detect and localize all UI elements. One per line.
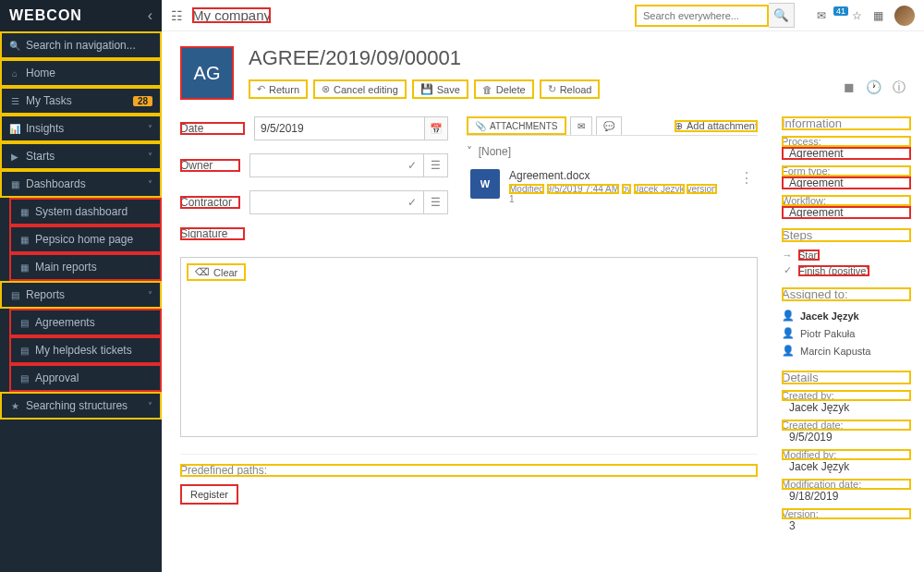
- person-icon: 👤: [782, 310, 795, 322]
- sidebar: WEBCON ‹ 🔍 Search in navigation... ⌂ Hom…: [0, 0, 162, 572]
- nav-helpdesk[interactable]: ▤ My helpdesk tickets: [9, 336, 162, 364]
- apps-grid-icon[interactable]: ☷: [171, 8, 183, 23]
- attachment-menu-button[interactable]: ⋮: [739, 169, 754, 204]
- company-name[interactable]: My company: [192, 7, 271, 23]
- mod-date-label: Modification date:: [782, 479, 911, 490]
- attachments-tab[interactable]: 📎ATTACHMENTS: [467, 116, 566, 135]
- calendar-button[interactable]: 📅: [424, 116, 448, 140]
- nav-searching-structures[interactable]: ★ Searching structures ˅: [0, 392, 162, 420]
- details-heading: Details: [782, 371, 911, 384]
- delete-button[interactable]: 🗑Delete: [474, 79, 534, 99]
- created-date-value: 9/5/2019: [782, 431, 911, 444]
- delete-icon: 🗑: [482, 84, 492, 95]
- dashboard-icon: ▦: [18, 207, 30, 217]
- nav-search[interactable]: 🔍 Search in navigation...: [0, 31, 162, 59]
- nav-search-placeholder: Search in navigation...: [26, 39, 136, 52]
- notes-icon[interactable]: ▦: [873, 9, 883, 22]
- reload-icon: ↻: [548, 83, 556, 95]
- chevron-down-icon: ˅: [148, 179, 152, 189]
- contractor-input[interactable]: [249, 190, 400, 214]
- dashboard-icon: ▦: [18, 262, 30, 273]
- info-icon[interactable]: ⓘ: [893, 79, 906, 96]
- nav-agreements[interactable]: ▤ Agreements: [9, 309, 162, 336]
- global-search-button[interactable]: 🔍: [769, 3, 795, 28]
- info-heading: Information: [782, 116, 911, 130]
- dashboards-icon: ▦: [9, 179, 20, 189]
- nav-approval[interactable]: ▤ Approval: [9, 364, 162, 392]
- global-search-input[interactable]: [635, 5, 769, 27]
- doc-tile: AG: [180, 46, 234, 100]
- mod-date-value: 9/18/2019: [782, 490, 911, 503]
- nav-home[interactable]: ⌂ Home: [0, 59, 162, 87]
- date-input[interactable]: [254, 116, 424, 140]
- attachment-version: 1: [509, 194, 730, 204]
- process-label: Process:: [782, 136, 911, 147]
- nav-starts[interactable]: ▶ Starts ˅: [0, 142, 162, 170]
- home-icon: ⌂: [9, 68, 20, 79]
- contractor-list-button[interactable]: ☰: [424, 190, 448, 214]
- signature-canvas[interactable]: ⌫Clear: [180, 257, 758, 437]
- step-start: Start: [798, 249, 820, 261]
- nav-pepsico[interactable]: ▦ Pepsico home page: [9, 225, 162, 253]
- email-tab[interactable]: ✉: [570, 116, 592, 135]
- process-value: Agreement: [782, 147, 911, 160]
- signature-label: Signature: [180, 227, 245, 240]
- eraser-icon: ⌫: [195, 266, 210, 278]
- nav-insights[interactable]: 📊 Insights ˅: [0, 115, 162, 142]
- search-icon: 🔍: [9, 41, 20, 51]
- step-arrow-icon: →: [782, 249, 793, 261]
- owner-list-button[interactable]: ☰: [424, 153, 448, 177]
- return-icon: ↶: [257, 83, 265, 95]
- word-export-icon[interactable]: ◼: [844, 79, 855, 96]
- created-by-label: Created by:: [782, 390, 911, 401]
- tasks-badge: 28: [133, 96, 152, 106]
- tasks-icon: ☰: [9, 96, 20, 106]
- nav-system-dashboard[interactable]: ▦ System dashboard: [9, 198, 162, 225]
- created-date-label: Created date:: [782, 420, 911, 431]
- chevron-down-icon: ˅: [148, 401, 152, 411]
- user-avatar[interactable]: [894, 6, 915, 26]
- dashboard-icon: ▦: [18, 235, 30, 245]
- report-icon: ▤: [18, 346, 30, 356]
- cancel-editing-button[interactable]: ⊗Cancel editing: [313, 79, 407, 99]
- contractor-label: Contractor: [180, 196, 240, 209]
- sidebar-collapse[interactable]: ‹: [148, 7, 152, 24]
- path-register-button[interactable]: Register: [180, 484, 238, 505]
- history-icon[interactable]: 🕐: [866, 79, 881, 96]
- formtype-label: Form type:: [782, 165, 911, 176]
- document-header: AG AGREE/2019/09/00001 ↶Return ⊗Cancel e…: [162, 31, 924, 105]
- nav-reports[interactable]: ▤ Reports ˅: [0, 281, 162, 309]
- return-button[interactable]: ↶Return: [249, 79, 308, 99]
- structures-icon: ★: [9, 401, 20, 411]
- workflow-label: Workflow:: [782, 195, 911, 206]
- attachment-filename: Agreement.docx: [509, 169, 730, 182]
- signature-clear-button[interactable]: ⌫Clear: [187, 263, 246, 281]
- reload-button[interactable]: ↻Reload: [540, 79, 601, 99]
- steps-heading: Steps: [782, 228, 911, 242]
- assignee: 👤Marcin Kapusta: [782, 342, 911, 359]
- favorites-icon[interactable]: ☆: [852, 9, 862, 22]
- chevron-down-icon: ˅: [148, 152, 152, 162]
- nav-my-tasks[interactable]: ☰ My Tasks 28: [0, 87, 162, 115]
- info-panel: Information Process: Agreement Form type…: [776, 105, 924, 572]
- save-button[interactable]: 💾Save: [412, 79, 468, 99]
- owner-confirm-button[interactable]: ✓: [400, 153, 424, 177]
- nav-main-reports[interactable]: ▦ Main reports: [9, 253, 162, 281]
- owner-input[interactable]: [249, 153, 400, 177]
- save-icon: 💾: [420, 83, 433, 95]
- nav-dashboards[interactable]: ▦ Dashboards ˅: [0, 170, 162, 198]
- conversation-tab[interactable]: 💬: [596, 116, 622, 135]
- attachment-item[interactable]: W Agreement.docx Modified 9/5/2019 7:44 …: [467, 164, 758, 210]
- notifications-icon[interactable]: ✉41: [817, 9, 841, 22]
- attach-icon: 📎: [475, 121, 486, 131]
- assignee: 👤Jacek Język: [782, 307, 911, 324]
- report-icon: ▤: [18, 318, 30, 328]
- step-finish: Finish (positive): [798, 265, 869, 276]
- version-label: Version:: [782, 508, 911, 519]
- attachment-group-toggle[interactable]: ˅ [None]: [467, 145, 758, 158]
- add-attachment-button[interactable]: ⊕Add attachment: [675, 120, 758, 132]
- person-icon: 👤: [782, 345, 795, 357]
- insights-icon: 📊: [9, 124, 20, 134]
- email-icon: ✉: [578, 121, 585, 131]
- contractor-confirm-button[interactable]: ✓: [400, 190, 424, 214]
